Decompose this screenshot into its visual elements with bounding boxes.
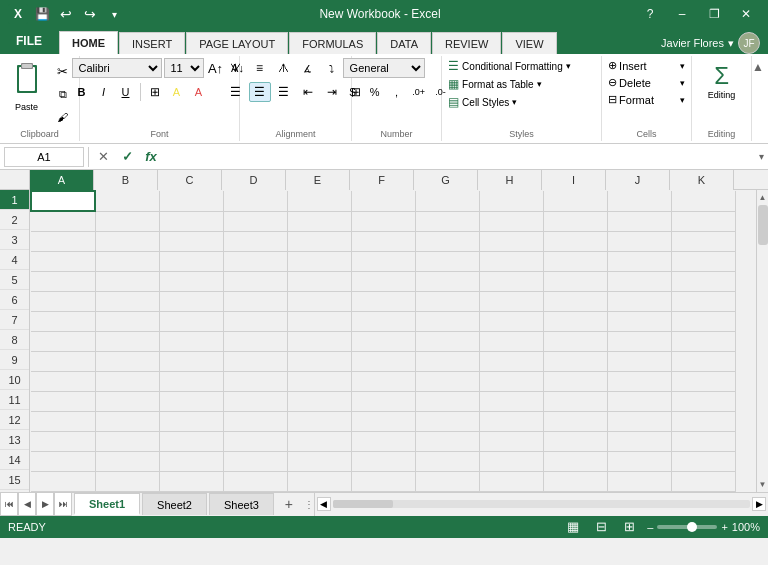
cell-G9[interactable] <box>415 351 479 371</box>
tab-home[interactable]: HOME <box>59 31 118 54</box>
sheet-nav-last[interactable]: ⏭ <box>54 492 72 516</box>
font-name-select[interactable]: Calibri <box>72 58 162 78</box>
bold-button[interactable]: B <box>72 82 92 102</box>
cell-G6[interactable] <box>415 291 479 311</box>
cell-C5[interactable] <box>159 271 223 291</box>
help-button[interactable]: ? <box>636 4 664 24</box>
row-header-4[interactable]: 4 <box>0 250 29 270</box>
cell-F4[interactable] <box>351 251 415 271</box>
col-header-H[interactable]: H <box>478 170 542 190</box>
font-color-button[interactable]: A <box>189 82 209 102</box>
cell-D5[interactable] <box>223 271 287 291</box>
currency-button[interactable]: $ <box>343 82 363 102</box>
cell-J15[interactable] <box>607 471 671 491</box>
row-header-6[interactable]: 6 <box>0 290 29 310</box>
right-align-button[interactable]: ☰ <box>273 82 295 102</box>
row-header-1[interactable]: 1 <box>0 190 29 210</box>
cell-A9[interactable] <box>31 351 95 371</box>
cell-I11[interactable] <box>543 391 607 411</box>
normal-view-button[interactable]: ▦ <box>563 519 583 535</box>
cell-G1[interactable] <box>415 191 479 211</box>
cell-H7[interactable] <box>479 311 543 331</box>
cell-B14[interactable] <box>95 451 159 471</box>
cell-I5[interactable] <box>543 271 607 291</box>
increase-indent-button[interactable]: ⇥ <box>321 82 343 102</box>
cell-A6[interactable] <box>31 291 95 311</box>
tab-view[interactable]: VIEW <box>502 32 556 54</box>
cell-G3[interactable] <box>415 231 479 251</box>
tab-page-layout[interactable]: PAGE LAYOUT <box>186 32 288 54</box>
save-button[interactable]: 💾 <box>32 4 52 24</box>
decrease-indent-button[interactable]: ⇤ <box>297 82 319 102</box>
cell-D13[interactable] <box>223 431 287 451</box>
font-size-select[interactable]: 11 <box>164 58 204 78</box>
conditional-formatting-button[interactable]: ☰ Conditional Formatting ▾ <box>444 58 575 74</box>
cell-B11[interactable] <box>95 391 159 411</box>
row-header-2[interactable]: 2 <box>0 210 29 230</box>
cell-I6[interactable] <box>543 291 607 311</box>
insert-function-button[interactable]: fx <box>141 147 161 167</box>
tab-insert[interactable]: INSERT <box>119 32 185 54</box>
cell-J6[interactable] <box>607 291 671 311</box>
cell-I3[interactable] <box>543 231 607 251</box>
ribbon-collapse-button[interactable]: ▲ <box>752 60 764 74</box>
sheet-tab-sheet1[interactable]: Sheet1 <box>74 493 140 515</box>
formula-input[interactable] <box>165 147 755 167</box>
cell-I10[interactable] <box>543 371 607 391</box>
increase-decimal-button[interactable]: .0+ <box>409 82 429 102</box>
cancel-formula-button[interactable]: ✕ <box>93 147 113 167</box>
cell-K12[interactable] <box>671 411 735 431</box>
cell-H3[interactable] <box>479 231 543 251</box>
tab-data[interactable]: DATA <box>377 32 431 54</box>
cell-K1[interactable] <box>671 191 735 211</box>
col-header-F[interactable]: F <box>350 170 414 190</box>
cell-J4[interactable] <box>607 251 671 271</box>
row-header-3[interactable]: 3 <box>0 230 29 250</box>
cell-B6[interactable] <box>95 291 159 311</box>
cell-C12[interactable] <box>159 411 223 431</box>
formula-bar-expand[interactable]: ▾ <box>759 151 764 162</box>
center-align-button[interactable]: ☰ <box>249 82 271 102</box>
cell-I8[interactable] <box>543 331 607 351</box>
row-header-9[interactable]: 9 <box>0 350 29 370</box>
cell-B10[interactable] <box>95 371 159 391</box>
cell-F9[interactable] <box>351 351 415 371</box>
cell-K14[interactable] <box>671 451 735 471</box>
cell-A5[interactable] <box>31 271 95 291</box>
cell-F12[interactable] <box>351 411 415 431</box>
cell-J2[interactable] <box>607 211 671 231</box>
sheet-nav-first[interactable]: ⏮ <box>0 492 18 516</box>
cell-D7[interactable] <box>223 311 287 331</box>
cell-H12[interactable] <box>479 411 543 431</box>
increase-font-button[interactable]: A↑ <box>206 58 226 78</box>
cell-I9[interactable] <box>543 351 607 371</box>
cell-H6[interactable] <box>479 291 543 311</box>
cell-F11[interactable] <box>351 391 415 411</box>
cell-I7[interactable] <box>543 311 607 331</box>
middle-align-button[interactable]: ≡ <box>249 58 271 78</box>
format-cells-button[interactable]: ⊟ Format ▾ <box>604 92 689 107</box>
cell-G15[interactable] <box>415 471 479 491</box>
page-break-view-button[interactable]: ⊞ <box>619 519 639 535</box>
cell-K15[interactable] <box>671 471 735 491</box>
row-header-11[interactable]: 11 <box>0 390 29 410</box>
cell-I4[interactable] <box>543 251 607 271</box>
redo-button[interactable]: ↪ <box>80 4 100 24</box>
cell-A14[interactable] <box>31 451 95 471</box>
cell-F1[interactable] <box>351 191 415 211</box>
cell-G13[interactable] <box>415 431 479 451</box>
insert-cells-button[interactable]: ⊕ Insert ▾ <box>604 58 689 73</box>
left-align-button[interactable]: ☰ <box>225 82 247 102</box>
zoom-minus-button[interactable]: – <box>647 521 653 533</box>
cell-D8[interactable] <box>223 331 287 351</box>
cell-C14[interactable] <box>159 451 223 471</box>
cell-D3[interactable] <box>223 231 287 251</box>
cell-I15[interactable] <box>543 471 607 491</box>
vertical-scrollbar[interactable]: ▲ ▼ <box>756 190 768 492</box>
cell-F8[interactable] <box>351 331 415 351</box>
row-header-15[interactable]: 15 <box>0 470 29 490</box>
cell-C9[interactable] <box>159 351 223 371</box>
cell-A11[interactable] <box>31 391 95 411</box>
cell-A13[interactable] <box>31 431 95 451</box>
cell-F14[interactable] <box>351 451 415 471</box>
